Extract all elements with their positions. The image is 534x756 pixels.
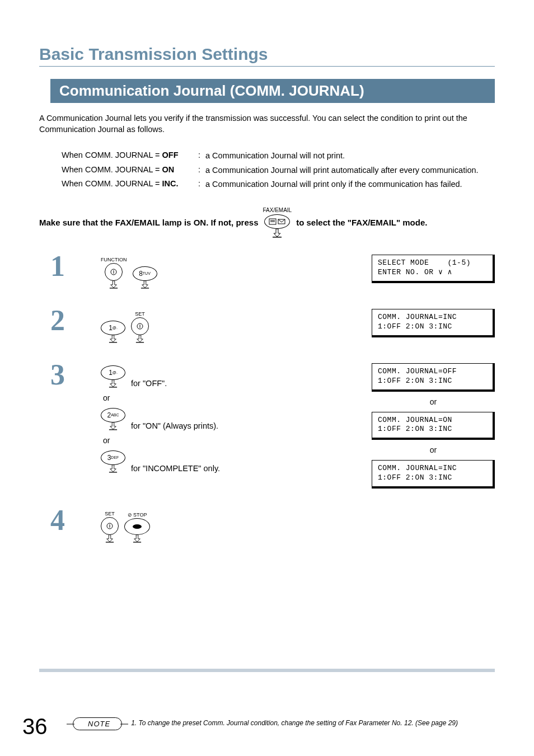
key-8[interactable]: 8TUV — [133, 266, 157, 289]
svg-rect-4 — [273, 237, 282, 238]
press-hand-icon — [107, 334, 119, 343]
press-hand-icon — [270, 228, 284, 238]
svg-rect-20 — [133, 542, 141, 542]
press-hand-icon — [139, 280, 151, 289]
press-hand-icon — [107, 280, 120, 289]
step-4-number: 4 — [39, 509, 101, 532]
lcd-display: COMM. JOURNAL=OFF 1:OFF 2:ON 3:INC — [372, 363, 495, 392]
lcd-display: COMM. JOURNAL=ON 1:OFF 2:ON 3:INC — [372, 412, 495, 440]
step-1: 1 FUNCTION 8TUV SELECT MODE (1-5) ENTE — [39, 255, 495, 292]
note-text: 1. To change the preset Comm. Journal co… — [131, 717, 458, 728]
or-separator: or — [372, 445, 495, 454]
set-button[interactable]: SET — [101, 511, 119, 543]
key-3-description: for "INCOMPLETE" only. — [131, 464, 220, 473]
conditions-table: When COMM. JOURNAL = OFF : a Communicati… — [62, 151, 495, 190]
key-3[interactable]: 3DEF — [101, 450, 125, 473]
lcd-display: COMM. JOURNAL=INC 1:OFF 2:ON 3:INC — [372, 309, 495, 337]
intro-paragraph: A Communication Journal lets you verify … — [39, 113, 495, 135]
or-separator: or — [103, 393, 360, 402]
key-2-description: for "ON" (Always prints). — [131, 421, 218, 430]
key-2[interactable]: 2ABC — [101, 408, 125, 430]
step-3: 3 1@. for "OFF". or 2ABC for "ON" (Alwa — [39, 363, 495, 492]
svg-point-19 — [133, 524, 142, 529]
press-hand-icon — [134, 334, 146, 343]
key-1-description: for "OFF". — [131, 379, 167, 388]
faxemail-button[interactable]: FAX/EMAIL — [263, 207, 292, 238]
page-number: 36 — [22, 714, 48, 739]
svg-rect-15 — [109, 472, 117, 472]
or-separator: or — [103, 436, 360, 445]
press-hand-icon — [107, 421, 119, 430]
condition-on: When COMM. JOURNAL = ON : a Communicatio… — [62, 165, 495, 176]
function-button[interactable]: FUNCTION — [101, 257, 127, 289]
key-1[interactable]: 1@. — [101, 365, 125, 388]
svg-rect-7 — [110, 288, 118, 288]
footer-divider — [39, 669, 495, 672]
svg-rect-12 — [136, 342, 144, 342]
svg-rect-8 — [140, 288, 148, 288]
mode-instruction: Make sure that the FAX/EMAIL lamp is ON.… — [39, 207, 495, 238]
press-hand-icon — [131, 534, 143, 543]
step-4: 4 SET ⊘ STOP — [39, 509, 495, 546]
svg-rect-13 — [109, 387, 117, 387]
press-hand-icon — [107, 464, 119, 473]
note: NOTE 1. To change the preset Comm. Journ… — [73, 717, 495, 730]
key-1[interactable]: 1@. — [101, 321, 125, 343]
lcd-display: SELECT MODE (1-5) ENTER NO. OR ∨ ∧ — [372, 255, 495, 283]
or-separator: or — [372, 397, 495, 406]
press-hand-icon — [107, 379, 119, 388]
step-2-number: 2 — [39, 309, 101, 332]
svg-rect-9 — [109, 342, 117, 342]
note-label: NOTE — [73, 717, 122, 730]
stop-button[interactable]: ⊘ STOP — [124, 512, 150, 543]
step-3-number: 3 — [39, 363, 101, 387]
page-title: Basic Transmission Settings — [39, 45, 495, 67]
lcd-display: COMM. JOURNAL=INC 1:OFF 2:ON 3:INC — [372, 460, 495, 489]
condition-off: When COMM. JOURNAL = OFF : a Communicati… — [62, 151, 495, 162]
svg-rect-18 — [106, 542, 114, 542]
step-1-number: 1 — [39, 255, 101, 278]
press-hand-icon — [104, 534, 116, 543]
condition-inc: When COMM. JOURNAL = INC. : a Communicat… — [62, 179, 495, 190]
section-heading: Communication Journal (COMM. JOURNAL) — [50, 79, 495, 103]
svg-rect-14 — [109, 429, 117, 430]
fax-email-icon — [264, 214, 290, 229]
step-2: 2 1@. SET COMM. JOURNAL=INC 1:OFF 2:ON 3… — [39, 309, 495, 346]
set-button[interactable]: SET — [131, 311, 149, 343]
